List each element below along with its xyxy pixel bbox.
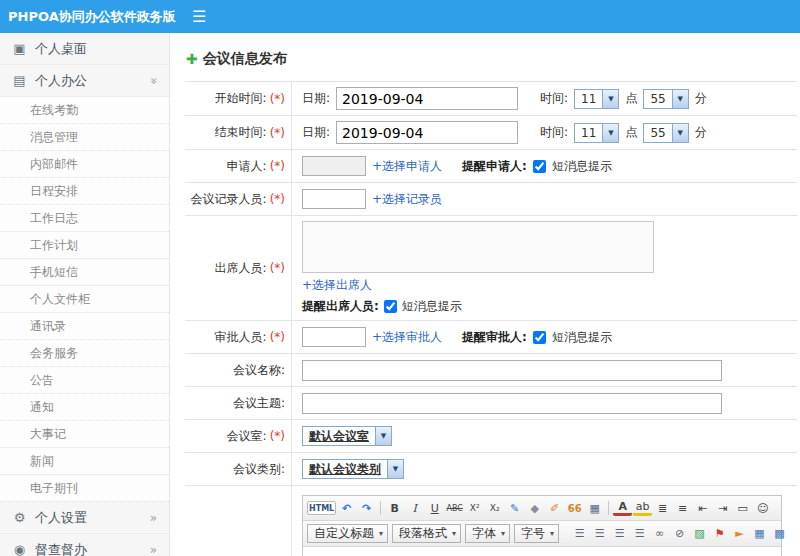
grid-icon[interactable]: ▩	[770, 525, 789, 543]
underline-icon[interactable]: U	[425, 499, 444, 517]
select-value: 自定义标题	[314, 525, 374, 542]
sidebar-item-label: 个人办公	[35, 72, 87, 90]
approver-input[interactable]	[302, 327, 366, 347]
sidebar-item-settings[interactable]: ⚙ 个人设置 »	[0, 502, 169, 534]
strikethrough-icon[interactable]: ABC	[445, 499, 464, 517]
start-hour-select[interactable]: 11 ▼	[574, 89, 619, 109]
sidebar-item-sms[interactable]: 手机短信	[0, 259, 169, 286]
select-value: 55	[644, 124, 671, 142]
start-date-input[interactable]	[336, 87, 518, 110]
redo-icon[interactable]: ↷	[357, 499, 376, 517]
sidebar-item-events[interactable]: 大事记	[0, 421, 169, 448]
select-recorder-link[interactable]: +选择记录员	[372, 191, 442, 208]
field-label: 开始时间: (*)	[185, 82, 292, 115]
sidebar-item-schedule[interactable]: 日程安排	[0, 178, 169, 205]
recorder-input[interactable]	[302, 189, 366, 209]
table-icon[interactable]: ▦	[750, 525, 769, 543]
eraser-icon[interactable]: ◆	[525, 499, 544, 517]
pencil-icon[interactable]: ✎	[505, 499, 524, 517]
meeting-category-select[interactable]: 默认会议类别 ▼	[302, 459, 404, 479]
topbar: PHPOA协同办公软件政务版 ☰	[0, 0, 800, 33]
select-attendees-link[interactable]: +选择出席人	[302, 277, 372, 294]
chevron-down-icon: ▾	[379, 529, 383, 538]
attendees-textarea[interactable]	[302, 221, 654, 273]
font-color-icon[interactable]: A	[613, 501, 632, 516]
sidebar-item-meeting-service[interactable]: 会务服务	[0, 340, 169, 367]
attendees-sms-checkbox[interactable]	[384, 300, 397, 313]
end-hour-select[interactable]: 11 ▼	[574, 123, 619, 143]
sms-label: 短消息提示	[552, 158, 612, 175]
form-row-editor: HTML ↶ ↷ B I U ABC X² X₂ ✎ ◆ ✐	[185, 486, 797, 556]
sidebar-item-e-journal[interactable]: 电子期刊	[0, 475, 169, 502]
align-right-icon[interactable]: ☰	[610, 525, 629, 543]
align-left-icon[interactable]: ☰	[570, 525, 589, 543]
undo-icon[interactable]: ↶	[337, 499, 356, 517]
chevron-right-icon: »	[150, 511, 157, 525]
chevron-down-icon: ▼	[602, 90, 618, 108]
meeting-name-input[interactable]	[302, 360, 722, 381]
sidebar-item-internal-mail[interactable]: 内部邮件	[0, 151, 169, 178]
approver-sms-checkbox[interactable]	[533, 331, 546, 344]
sidebar-item-work-plan[interactable]: 工作计划	[0, 232, 169, 259]
field-label: 会议类别:	[185, 453, 292, 485]
field-label: 会议主题:	[185, 387, 292, 419]
select-value: 11	[575, 90, 602, 108]
media-icon[interactable]: ►	[730, 525, 749, 543]
bold-icon[interactable]: B	[385, 499, 404, 517]
meeting-topic-input[interactable]	[302, 393, 722, 414]
superscript-icon[interactable]: X²	[465, 499, 484, 517]
field-label: 会议名称:	[185, 354, 292, 386]
sidebar-item-supervision[interactable]: ◉ 督查督办 »	[0, 534, 169, 556]
image-icon[interactable]: ▨	[690, 525, 709, 543]
sidebar-item-contacts[interactable]: 通讯录	[0, 313, 169, 340]
emoticon-icon[interactable]: ☺	[753, 499, 772, 517]
sidebar-item-work-log[interactable]: 工作日志	[0, 205, 169, 232]
brush-icon[interactable]: ✐	[545, 499, 564, 517]
field-label: 结束时间: (*)	[185, 116, 292, 149]
indent-icon[interactable]: ⇥	[713, 499, 732, 517]
sidebar-item-message-management[interactable]: 消息管理	[0, 124, 169, 151]
quote-icon[interactable]: 66	[565, 499, 584, 517]
outdent-icon[interactable]: ⇤	[693, 499, 712, 517]
heading-select[interactable]: 自定义标题 ▾	[307, 524, 388, 543]
form-row-attendees: 出席人员: (*) +选择出席人 提醒出席人员: 短消息提示	[185, 216, 797, 321]
sidebar-item-desktop[interactable]: ▣ 个人桌面	[0, 33, 169, 65]
html-icon[interactable]: HTML	[307, 501, 336, 515]
highlight-icon[interactable]: ab	[633, 501, 652, 516]
required-mark: (*)	[270, 261, 285, 275]
start-minute-select[interactable]: 55 ▼	[643, 89, 688, 109]
font-family-select[interactable]: 字体 ▾	[465, 524, 510, 543]
applicant-input[interactable]	[302, 156, 366, 176]
hour-suffix: 点	[625, 90, 637, 107]
subscript-icon[interactable]: X₂	[485, 499, 504, 517]
end-minute-select[interactable]: 55 ▼	[643, 123, 688, 143]
applicant-sms-checkbox[interactable]	[533, 160, 546, 173]
flash-icon[interactable]: ⚑	[710, 525, 729, 543]
sidebar-item-notice[interactable]: 通知	[0, 394, 169, 421]
sidebar-item-announcement[interactable]: 公告	[0, 367, 169, 394]
font-size-select[interactable]: 字号 ▾	[514, 524, 559, 543]
meeting-room-select[interactable]: 默认会议室 ▼	[302, 426, 392, 446]
sidebar-item-online-attendance[interactable]: 在线考勤	[0, 97, 169, 124]
align-justify-icon[interactable]: ☰	[630, 525, 649, 543]
select-applicant-link[interactable]: +选择申请人	[372, 158, 442, 175]
sidebar-item-office[interactable]: ▤ 个人办公 »	[0, 65, 169, 97]
sidebar-item-news[interactable]: 新闻	[0, 448, 169, 475]
italic-icon[interactable]: I	[405, 499, 424, 517]
end-date-input[interactable]	[336, 121, 518, 144]
editor-content-area[interactable]	[303, 547, 781, 556]
chevron-down-icon: ▼	[602, 124, 618, 142]
required-mark: (*)	[270, 192, 285, 206]
ordered-list-icon[interactable]: ≣	[653, 499, 672, 517]
page-icon[interactable]: ▭	[733, 499, 752, 517]
select-approver-link[interactable]: +选择审批人	[372, 329, 442, 346]
align-center-icon[interactable]: ☰	[590, 525, 609, 543]
link-icon[interactable]: ∞	[650, 525, 669, 543]
form-row-applicant: 申请人: (*) +选择申请人 提醒申请人: 短消息提示	[185, 150, 797, 183]
calendar-icon[interactable]: ▦	[585, 499, 604, 517]
paragraph-format-select[interactable]: 段落格式 ▾	[392, 524, 461, 543]
sidebar-item-file-cabinet[interactable]: 个人文件柜	[0, 286, 169, 313]
unlink-icon[interactable]: ⊘	[670, 525, 689, 543]
menu-toggle-icon[interactable]: ☰	[192, 9, 206, 25]
unordered-list-icon[interactable]: ≡	[673, 499, 692, 517]
